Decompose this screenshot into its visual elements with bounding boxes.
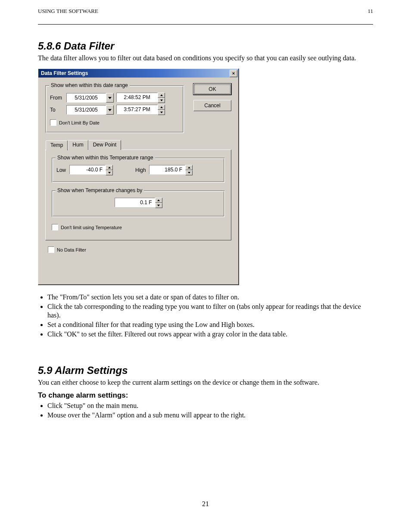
tab-dew-point[interactable]: Dew Point [88, 140, 121, 150]
section-5.9-intro: You can either choose to keep the curren… [38, 378, 373, 387]
section-5.8.6-intro: The data filter allows you to filter out… [38, 54, 373, 62]
ok-button-label: OK [209, 86, 216, 92]
data-filter-dialog: Data Filter Settings × OK Cancel Show wh… [38, 68, 239, 285]
temperature-delta-group: Show when Temperature changes by 0.1 F [52, 190, 225, 217]
high-label: High [135, 167, 147, 173]
chevron-up-icon [160, 94, 163, 96]
section-5.9-steps: Click "Setup" on the main menu. Mouse ov… [47, 401, 373, 420]
chevron-up-icon [188, 167, 190, 168]
from-time-picker[interactable]: 2:48:52 PM [116, 93, 165, 103]
tab-panel-temp: Show when within this Temperature range … [45, 149, 231, 240]
tab-hum[interactable]: Hum [68, 140, 88, 150]
low-up[interactable] [106, 165, 113, 170]
list-item: Mouse over the "Alarm" option and a sub … [47, 411, 373, 420]
from-time-down[interactable] [158, 98, 165, 103]
dont-limit-date-label: Don't Limit By Date [59, 120, 100, 125]
temperature-range-caption: Show when within this Temperature range [56, 155, 155, 161]
ok-button[interactable]: OK [193, 84, 231, 95]
to-time-picker[interactable]: 3:57:27 PM [116, 105, 165, 115]
chevron-up-icon [160, 106, 163, 108]
delta-value: 0.1 F [115, 198, 155, 207]
high-value: 185.0 F [149, 165, 185, 174]
from-date-value: 5/31/2005 [66, 93, 106, 103]
temperature-delta-caption: Show when Temperature changes by [56, 187, 144, 193]
chevron-down-icon [188, 172, 190, 174]
low-value-spinner[interactable]: -40.0 F [69, 165, 113, 175]
header-left: USING THE SOFTWARE [38, 8, 98, 15]
from-label: From [50, 95, 64, 101]
no-data-filter-checkbox[interactable] [48, 246, 54, 253]
chevron-down-icon [108, 109, 112, 111]
high-down[interactable] [185, 170, 193, 175]
close-icon: × [232, 71, 235, 76]
to-date-value: 5/31/2005 [66, 105, 106, 115]
tab-bar: Temp Hum Dew Point [46, 140, 231, 150]
to-time-up[interactable] [158, 105, 165, 110]
chevron-down-icon [108, 97, 112, 99]
date-range-group: Show when within this date range From 5/… [45, 85, 184, 133]
title-bar[interactable]: Data Filter Settings × [38, 69, 238, 78]
cancel-button[interactable]: Cancel [193, 100, 231, 111]
chevron-down-icon [108, 172, 111, 174]
dont-limit-date-checkbox[interactable] [50, 119, 56, 126]
page-number: 21 [0, 500, 411, 508]
to-label: To [50, 107, 64, 113]
to-date-dropdown[interactable] [106, 105, 114, 115]
chevron-down-icon [157, 205, 160, 206]
high-up[interactable] [185, 165, 193, 170]
dont-limit-temperature-label: Don't limit using Temperature [61, 225, 122, 230]
cancel-button-label: Cancel [204, 103, 220, 109]
dont-limit-temperature-checkbox[interactable] [52, 224, 58, 230]
no-data-filter-label: No Data Filter [57, 247, 86, 252]
chevron-up-icon [157, 199, 160, 201]
list-item: Click "OK" to set the filter. Filtered o… [47, 330, 373, 339]
header-right: 11 [367, 8, 373, 15]
tab-temp[interactable]: Temp [46, 140, 68, 150]
list-item: Click "Setup" on the main menu. [47, 401, 373, 410]
date-range-caption: Show when within this date range [49, 82, 130, 88]
high-value-spinner[interactable]: 185.0 F [149, 165, 193, 175]
section-5.9-heading: 5.9 Alarm Settings [38, 364, 373, 376]
section-5.9-subheading: To change alarm settings: [38, 391, 373, 400]
page-header: USING THE SOFTWARE 11 [38, 8, 373, 15]
section-5.8.6-bullets: The "From/To" section lets you set a dat… [47, 293, 373, 339]
close-button[interactable]: × [230, 70, 237, 77]
header-rule [38, 24, 373, 25]
to-time-value: 3:57:27 PM [116, 105, 158, 114]
low-value: -40.0 F [69, 165, 106, 174]
chevron-down-icon [160, 100, 163, 101]
from-time-up[interactable] [158, 93, 165, 98]
delta-value-spinner[interactable]: 0.1 F [115, 198, 162, 208]
from-date-picker[interactable]: 5/31/2005 [66, 93, 114, 103]
section-5.8.6-heading: 5.8.6 Data Filter [38, 40, 373, 52]
from-date-dropdown[interactable] [106, 93, 114, 103]
chevron-down-icon [160, 112, 163, 113]
temperature-range-group: Show when within this Temperature range … [52, 158, 225, 183]
to-time-down[interactable] [158, 110, 165, 115]
delta-up[interactable] [155, 198, 162, 203]
list-item: The "From/To" section lets you set a dat… [47, 293, 373, 302]
low-label: Low [56, 167, 68, 173]
list-item: Set a conditional filter for that readin… [47, 320, 373, 329]
title-bar-text: Data Filter Settings [41, 70, 88, 76]
list-item: Click the tab corresponding to the readi… [47, 302, 373, 320]
chevron-up-icon [108, 167, 111, 168]
delta-down[interactable] [155, 203, 162, 208]
from-time-value: 2:48:52 PM [116, 93, 158, 102]
to-date-picker[interactable]: 5/31/2005 [66, 105, 114, 115]
low-down[interactable] [106, 170, 113, 175]
